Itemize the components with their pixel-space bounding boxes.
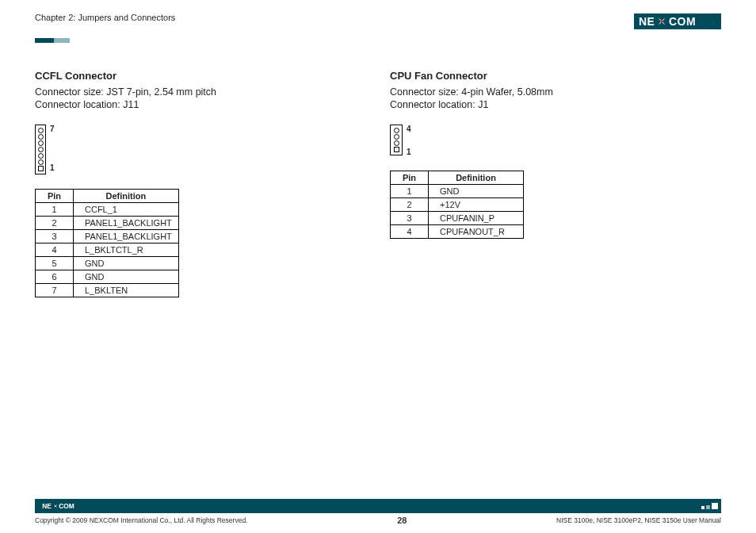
cpufan-size: Connector size: 4-pin Wafer, 5.08mm xyxy=(390,86,721,98)
svg-text:COM: COM xyxy=(669,15,696,28)
pin-label-top: 4 xyxy=(407,125,411,133)
svg-text:COM: COM xyxy=(59,502,74,510)
table-header-def: Definition xyxy=(429,171,524,185)
ccfl-size: Connector size: JST 7-pin, 2.54 mm pitch xyxy=(35,86,366,98)
table-row: 4L_BKLTCTL_R xyxy=(36,243,179,257)
svg-text:NE: NE xyxy=(42,502,52,510)
table-row: 2+12V xyxy=(391,198,524,212)
pin-label-top: 7 xyxy=(50,125,55,133)
footer-decoration-icon xyxy=(701,503,718,509)
table-row: 7L_BKLTEN xyxy=(36,284,179,297)
svg-marker-3 xyxy=(661,21,663,23)
page-number: 28 xyxy=(397,516,407,525)
pin-label-bottom: 1 xyxy=(50,163,55,172)
table-row: 3CPUFANIN_P xyxy=(391,212,524,225)
table-row: 1CCFL_1 xyxy=(36,203,179,217)
accent-bar xyxy=(35,38,721,43)
table-row: 2PANEL1_BACKLIGHT xyxy=(36,217,179,230)
table-header-pin: Pin xyxy=(36,190,74,203)
footer-logo: NE COM xyxy=(40,501,95,511)
copyright-text: Copyright © 2009 NEXCOM International Co… xyxy=(35,516,247,524)
table-row: 6GND xyxy=(36,270,179,284)
pin-label-bottom: 1 xyxy=(407,148,411,156)
chapter-title: Chapter 2: Jumpers and Connectors xyxy=(35,13,175,22)
cpufan-pin-table: Pin Definition 1GND 2+12V 3CPUFANIN_P 4C… xyxy=(390,171,524,239)
svg-text:NE: NE xyxy=(639,15,655,28)
cpufan-title: CPU Fan Connector xyxy=(390,70,721,82)
cpufan-pin-diagram: 4 1 xyxy=(390,125,721,156)
table-row: 1GND xyxy=(391,185,524,198)
manual-title: NISE 3100e, NISE 3100eP2, NISE 3150e Use… xyxy=(556,516,721,524)
table-row: 4CPUFANOUT_R xyxy=(391,225,524,239)
table-row: 3PANEL1_BACKLIGHT xyxy=(36,230,179,243)
table-row: 5GND xyxy=(36,257,179,270)
ccfl-title: CCFL Connector xyxy=(35,70,366,82)
table-header-def: Definition xyxy=(74,190,179,203)
ccfl-location: Connector location: J11 xyxy=(35,99,366,110)
ccfl-pin-table: Pin Definition 1CCFL_1 2PANEL1_BACKLIGHT… xyxy=(35,189,179,297)
ccfl-pin-diagram: 7 1 xyxy=(35,125,366,174)
page-footer: NE COM Copyright © 2009 NEXCOM Internati… xyxy=(35,499,721,525)
cpufan-location: Connector location: J1 xyxy=(390,99,721,110)
table-header-pin: Pin xyxy=(391,171,429,185)
brand-logo: NE COM xyxy=(634,13,721,33)
svg-marker-6 xyxy=(54,504,57,508)
